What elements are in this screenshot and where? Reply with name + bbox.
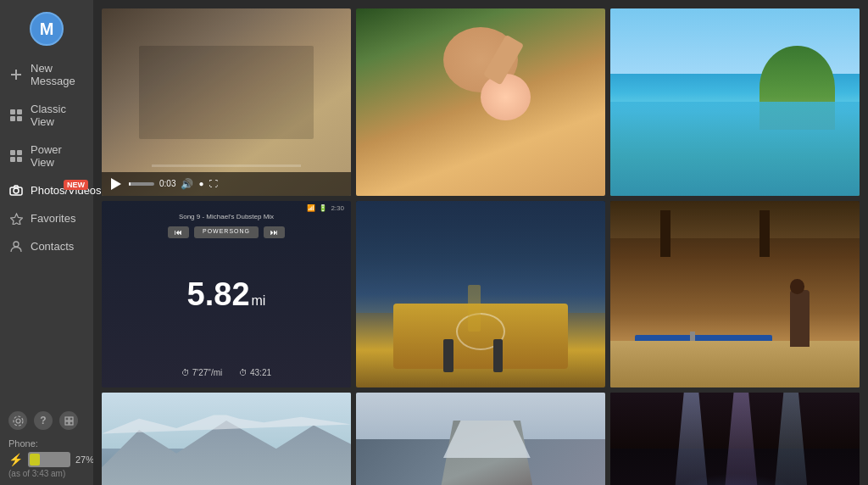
logo-area: M <box>0 7 93 54</box>
grid-item-7[interactable] <box>102 393 351 485</box>
fullscreen-icon-1: ⛶ <box>209 179 218 188</box>
battery-section: Phone: ⚡ 27% (as of 3:43 am) <box>0 435 103 485</box>
new-badge: NEW <box>64 180 88 190</box>
sidebar-label-classic-view: Classic View <box>31 103 85 128</box>
photo-grid: 0:03 🔊 ● ⛶ <box>102 8 860 485</box>
sidebar-item-favorites[interactable]: Favorites <box>0 204 93 232</box>
help-button[interactable]: ? <box>34 411 53 430</box>
battery-fill <box>30 454 40 465</box>
play-button-1[interactable] <box>108 176 124 192</box>
svg-rect-8 <box>65 417 69 421</box>
video-duration-1: 0:03 <box>159 179 175 188</box>
sidebar-actions: ? <box>0 406 86 435</box>
svg-point-5 <box>14 242 19 247</box>
grid-item-2[interactable] <box>356 8 605 196</box>
svg-point-6 <box>16 419 20 423</box>
svg-point-7 <box>14 416 23 426</box>
svg-rect-10 <box>65 421 69 425</box>
sidebar-item-classic-view[interactable]: Classic View <box>0 95 93 136</box>
battery-percent: 27% <box>75 454 94 465</box>
svg-marker-4 <box>10 214 22 225</box>
running-song: Song 9 - Michael's Dubstep Mix <box>102 213 351 220</box>
sidebar-label-contacts: Contacts <box>31 240 74 253</box>
app-logo[interactable]: M <box>30 12 64 46</box>
svg-point-2 <box>14 188 19 193</box>
more-icon-1: ● <box>198 179 203 188</box>
grid-icon-classic <box>8 109 24 121</box>
progress-track-1 <box>129 182 154 186</box>
settings-button[interactable] <box>8 411 27 430</box>
lightning-icon: ⚡ <box>8 453 23 466</box>
grid-item-4[interactable]: 📶 🔋 2:30 Song 9 - Michael's Dubstep Mix … <box>102 201 351 388</box>
running-controls: ⏮ POWERSONG ⏭ <box>102 226 351 238</box>
plugin-button[interactable] <box>59 411 78 430</box>
running-status-bar: 📶 🔋 2:30 <box>307 204 344 212</box>
phone-label: Phone: <box>8 438 94 449</box>
volume-icon-1: 🔊 <box>181 178 193 190</box>
person-icon <box>8 241 24 253</box>
sidebar-label-favorites: Favorites <box>31 212 75 225</box>
grid-item-9[interactable]: 0:10 🔊 ● ⛶ <box>610 393 860 485</box>
running-distance-display: 5.82mi <box>102 276 351 312</box>
main-content: 0:03 🔊 ● ⛶ <box>93 0 868 485</box>
sidebar-item-power-view[interactable]: Power View <box>0 136 93 176</box>
running-stats: ⏱ 7'27"/mi ⏱ 43:21 <box>102 368 351 377</box>
sidebar: M New Message Classic View <box>0 0 93 485</box>
video-controls-1: 0:03 🔊 ● ⛶ <box>102 172 351 196</box>
star-icon <box>8 213 24 225</box>
camera-icon <box>8 185 24 197</box>
svg-rect-11 <box>70 421 73 425</box>
grid-item-1[interactable]: 0:03 🔊 ● ⛶ <box>102 8 351 196</box>
battery-time: (as of 3:43 am) <box>8 469 94 478</box>
grid-item-8[interactable] <box>356 393 605 485</box>
grid-item-6[interactable] <box>610 201 860 388</box>
sidebar-item-photos-videos[interactable]: Photos/Videos NEW <box>0 176 93 204</box>
svg-rect-9 <box>70 417 73 421</box>
sidebar-item-new-message[interactable]: New Message <box>0 54 93 95</box>
sidebar-label-new-message: New Message <box>31 62 85 87</box>
sidebar-item-contacts[interactable]: Contacts <box>0 232 93 260</box>
grid-icon-power <box>8 150 24 162</box>
plus-icon <box>8 69 24 81</box>
grid-item-3[interactable] <box>610 8 860 196</box>
grid-item-5[interactable] <box>356 201 605 388</box>
sidebar-label-power-view: Power View <box>31 143 85 169</box>
battery-bar <box>28 452 70 467</box>
